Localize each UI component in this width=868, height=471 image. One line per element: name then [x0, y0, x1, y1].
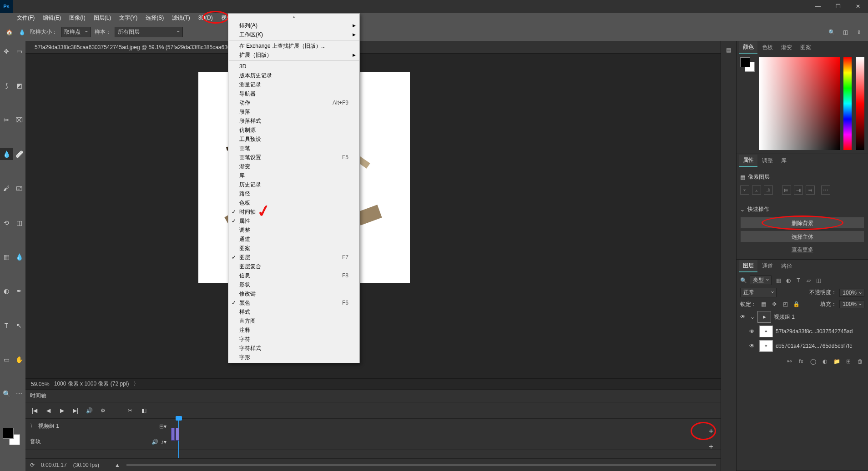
zoom-tool[interactable]: 🔍 — [0, 388, 13, 400]
transition-button[interactable]: ◧ — [139, 406, 148, 415]
video-clip-1[interactable] — [171, 428, 175, 441]
menu-channels[interactable]: 通道 — [228, 235, 359, 244]
menu-edit[interactable]: 编辑(E) — [39, 13, 65, 23]
path-select-tool[interactable]: ↖ — [13, 320, 25, 331]
align-top-icon[interactable]: ⫢ — [782, 185, 791, 195]
timeline-zoom-out[interactable]: ▲ — [115, 462, 120, 468]
healing-tool[interactable]: 🩹 — [13, 148, 25, 160]
align-bottom-icon[interactable]: ⫤ — [806, 185, 815, 195]
layer-a-name[interactable]: 57fa29da33f8c...3037542745ad — [776, 328, 864, 335]
menu-arrange[interactable]: 排列(A) — [228, 21, 359, 30]
audio-icon[interactable]: 🔊 — [151, 439, 158, 445]
menu-paragraph[interactable]: 段落 — [228, 107, 359, 116]
tab-adjustments[interactable]: 调整 — [758, 155, 777, 166]
menu-timeline[interactable]: 时间轴 — [228, 207, 359, 216]
timeline-zoom-slider[interactable] — [126, 464, 716, 466]
menu-exchange[interactable]: 在 Exchange 上查找扩展（旧版）... — [228, 41, 359, 50]
lock-pixels-icon[interactable]: ▦ — [759, 300, 767, 308]
history-brush-tool[interactable]: ⟲ — [0, 217, 13, 229]
pen-tool[interactable]: ✒ — [13, 285, 25, 297]
next-frame-button[interactable]: ▶| — [71, 406, 80, 415]
mute-button[interactable]: 🔊 — [85, 406, 94, 415]
menu-measurement[interactable]: 测量记录 — [228, 80, 359, 89]
lock-position-icon[interactable]: ✥ — [770, 300, 778, 308]
menu-modifier-keys[interactable]: 修改键 — [228, 289, 359, 298]
menu-extensions[interactable]: 扩展（旧版） — [228, 50, 359, 60]
timeline-settings-icon[interactable]: ⚙ — [98, 406, 107, 415]
shape-tool[interactable]: ▭ — [0, 354, 13, 366]
blend-mode-dropdown[interactable]: 正常 — [740, 288, 777, 297]
menu-select[interactable]: 选择(S) — [141, 13, 168, 23]
layer-b-thumb[interactable]: ✦ — [759, 340, 773, 352]
track-expand-icon[interactable]: 〉 — [30, 422, 35, 430]
minimize-button[interactable]: ― — [808, 0, 828, 13]
menu-3d-panel[interactable]: 3D — [228, 62, 359, 71]
tab-patterns[interactable]: 图案 — [797, 42, 815, 53]
visibility-toggle-layer-b[interactable]: 👁 — [749, 343, 757, 349]
fill-field[interactable]: 100% — [839, 300, 864, 308]
add-audio-button[interactable]: ＋ — [706, 442, 716, 452]
maximize-button[interactable]: ❐ — [828, 0, 848, 13]
tab-swatches[interactable]: 色板 — [758, 42, 777, 53]
group-expand-icon[interactable]: ⌄ — [750, 314, 755, 320]
color-field[interactable] — [759, 57, 840, 150]
mask-icon[interactable]: ◯ — [809, 357, 817, 366]
link-layers-icon[interactable]: ⚯ — [785, 357, 793, 366]
video-clip-2[interactable] — [176, 428, 179, 441]
eyedropper-tool[interactable]: 💧 — [0, 148, 13, 160]
status-more-icon[interactable]: 〉 — [133, 380, 139, 388]
marquee-tool[interactable]: ▭ — [13, 45, 25, 57]
menu-notes[interactable]: 注释 — [228, 326, 359, 335]
audio-menu-icon[interactable]: ♪▾ — [161, 439, 167, 445]
menu-adjustments[interactable]: 调整 — [228, 225, 359, 235]
align-middle-icon[interactable]: ⫣ — [794, 185, 803, 195]
lock-all-icon[interactable]: 🔒 — [792, 300, 800, 308]
menu-layer-comps[interactable]: 图层复合 — [228, 262, 359, 271]
crop-tool[interactable]: ✂ — [0, 114, 13, 126]
opacity-field[interactable]: 100% — [839, 289, 864, 297]
close-button[interactable]: ✕ — [848, 0, 868, 13]
align-right-icon[interactable]: ⫡ — [764, 185, 773, 195]
menu-image[interactable]: 图像(I) — [65, 13, 89, 23]
sample-dropdown[interactable]: 所有图层 — [115, 27, 183, 37]
group-icon[interactable]: 📁 — [833, 357, 841, 366]
menu-type[interactable]: 文字(Y) — [115, 13, 141, 23]
gradient-tool[interactable]: ▦ — [0, 251, 13, 263]
move-tool[interactable]: ✥ — [0, 45, 13, 57]
menu-filter[interactable]: 滤镜(T) — [168, 13, 194, 23]
edit-toolbar[interactable]: ⋯ — [13, 388, 25, 400]
foreground-color-swatch[interactable] — [3, 428, 14, 439]
menu-paragraph-styles[interactable]: 段落样式 — [228, 116, 359, 125]
play-button[interactable]: ▶ — [57, 406, 66, 415]
menu-navigator[interactable]: 导航器 — [228, 89, 359, 98]
menu-paths[interactable]: 路径 — [228, 189, 359, 198]
clone-tool[interactable]: 🖃 — [13, 182, 25, 194]
blur-tool[interactable]: 💧 — [13, 251, 25, 263]
menu-properties[interactable]: 属性 — [228, 216, 359, 225]
frame-tool[interactable]: ⌧ — [13, 114, 25, 126]
filter-pixel-icon[interactable]: ▦ — [774, 276, 782, 285]
menu-glyphs[interactable]: 字形 — [228, 353, 359, 362]
menu-brushes[interactable]: 画笔 — [228, 144, 359, 153]
menu-patterns[interactable]: 图案 — [228, 244, 359, 253]
track-menu-icon[interactable]: ⊟▾ — [159, 423, 167, 430]
menu-shapes[interactable]: 形状 — [228, 280, 359, 289]
video-group-name[interactable]: 视频组 1 — [774, 313, 864, 321]
menu-workspace[interactable]: 工作区(K) — [228, 30, 359, 39]
quick-select-tool[interactable]: ◩ — [13, 80, 25, 91]
tab-libraries[interactable]: 库 — [777, 155, 790, 166]
align-more-icon[interactable]: ⋯ — [821, 185, 830, 195]
menu-character[interactable]: 字符 — [228, 335, 359, 344]
menu-gradients[interactable]: 渐变 — [228, 162, 359, 171]
fx-icon[interactable]: fx — [797, 357, 805, 366]
menu-libraries[interactable]: 库 — [228, 171, 359, 180]
adjustment-layer-icon[interactable]: ◐ — [821, 357, 829, 366]
new-layer-icon[interactable]: ⊞ — [844, 357, 853, 366]
tab-layers[interactable]: 图层 — [739, 260, 757, 272]
menu-version-history[interactable]: 版本历史记录 — [228, 71, 359, 80]
add-media-button[interactable]: ＋ — [706, 426, 716, 436]
menu-actions[interactable]: 动作Alt+F9 — [228, 98, 359, 107]
filter-smart-icon[interactable]: ◫ — [814, 276, 823, 285]
foreground-background-color[interactable] — [0, 426, 25, 449]
dodge-tool[interactable]: ◐ — [0, 285, 13, 297]
